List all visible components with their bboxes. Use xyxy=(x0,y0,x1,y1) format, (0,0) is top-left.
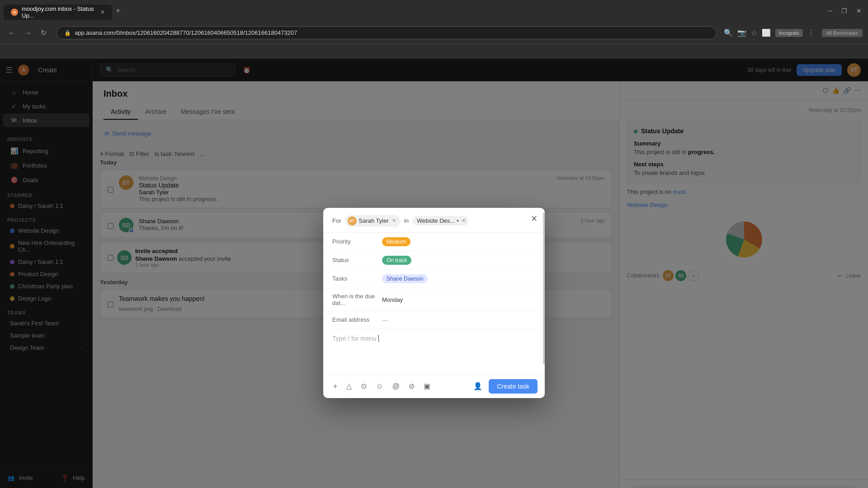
status-label: Status xyxy=(332,257,382,263)
tab-title: moodjoy.com inbox - Status Up... xyxy=(22,5,97,19)
email-dash: — xyxy=(382,317,388,324)
due-date-label: When is the due dat... xyxy=(332,293,382,306)
chip-avatar: ST xyxy=(348,216,357,225)
toolbar-emoji-btn[interactable]: ☺ xyxy=(373,380,386,392)
tasks-label: Tasks xyxy=(332,275,382,282)
assignee-remove-btn[interactable]: ✕ xyxy=(392,218,396,224)
for-label: For xyxy=(332,217,341,224)
project-chip[interactable]: Website Des... ▾ ✕ xyxy=(412,216,468,225)
tab-favicon: A xyxy=(11,9,18,16)
due-date-text: Monday xyxy=(382,296,403,303)
due-date-field: When is the due dat... Monday xyxy=(323,288,545,311)
menu-btn[interactable]: ⋮ xyxy=(807,28,815,37)
assignee-chip[interactable]: ST Sarah Tyler ✕ xyxy=(345,215,401,227)
maximize-btn[interactable]: ❐ xyxy=(839,6,850,15)
task-description-area[interactable]: Type / for menu xyxy=(323,329,545,374)
toolbar-triangle-btn[interactable]: △ xyxy=(344,380,354,392)
new-tab-btn[interactable]: + xyxy=(112,5,124,18)
incognito-badge: Incognito xyxy=(775,29,803,37)
priority-value[interactable]: Medium xyxy=(382,237,536,246)
browser-chrome: A moodjoy.com inbox - Status Up... ✕ + ─… xyxy=(0,0,868,59)
priority-field: Priority Medium xyxy=(323,233,545,251)
email-value[interactable]: — xyxy=(382,316,536,324)
refresh-btn[interactable]: ↻ xyxy=(38,27,49,39)
priority-label: Priority xyxy=(332,238,382,245)
extension-btn[interactable]: ⬜ xyxy=(762,28,771,37)
search-page-btn[interactable]: 🔍 xyxy=(724,28,733,37)
toolbar-mention-btn[interactable]: @ xyxy=(390,380,402,392)
due-date-value[interactable]: Monday xyxy=(382,296,536,304)
minimize-btn[interactable]: ─ xyxy=(825,6,835,15)
priority-badge: Medium xyxy=(382,237,410,246)
forward-btn[interactable]: → xyxy=(22,27,34,39)
tab-close-btn[interactable]: ✕ xyxy=(100,9,105,15)
create-task-modal: ✕ For ST Sarah Tyler ✕ in Website Des...… xyxy=(323,208,545,398)
address-bar[interactable]: 🔒 app.asana.com/0/inbox/1206160204288770… xyxy=(57,26,717,39)
project-remove-btn[interactable]: ✕ xyxy=(462,218,466,224)
toolbar-assign-btn[interactable]: 👤 xyxy=(471,380,485,392)
tasks-field: Tasks Shane Dawson xyxy=(323,270,545,288)
url-display: app.asana.com/0/inbox/1206160204288770/1… xyxy=(75,29,297,36)
text-cursor xyxy=(378,335,379,342)
active-tab[interactable]: A moodjoy.com inbox - Status Up... ✕ xyxy=(4,5,112,20)
status-value[interactable]: On track xyxy=(382,256,536,265)
text-placeholder: Type / for menu xyxy=(332,335,376,342)
browser-actions: 🔍 📷 ☆ ⬜ Incognito ⋮ xyxy=(724,28,815,37)
toolbar-circle-btn[interactable]: ⊙ xyxy=(358,380,369,392)
dropdown-arrow-icon: ▾ xyxy=(457,218,459,223)
modal-overlay[interactable]: ✕ For ST Sarah Tyler ✕ in Website Des...… xyxy=(0,59,868,488)
project-name: Website Des... xyxy=(417,217,455,224)
scrollbar-thumb xyxy=(543,212,545,365)
camera-btn[interactable]: 📷 xyxy=(737,28,746,37)
email-field: Email address — xyxy=(323,311,545,329)
toolbar-calendar-btn[interactable]: ▣ xyxy=(421,380,433,392)
status-field: Status On track xyxy=(323,251,545,270)
toolbar-attach-btn[interactable]: ⊘ xyxy=(406,380,417,392)
in-label: in xyxy=(404,217,409,224)
modal-toolbar: + △ ⊙ ☺ @ ⊘ ▣ 👤 Create task xyxy=(323,374,545,398)
toolbar-add-btn[interactable]: + xyxy=(330,380,340,392)
create-task-btn[interactable]: Create task xyxy=(489,379,538,394)
assignee-name: Sarah Tyler xyxy=(359,217,389,224)
status-badge: On track xyxy=(382,256,411,265)
close-btn[interactable]: ✕ xyxy=(854,6,864,15)
browser-controls: ← → ↻ 🔒 app.asana.com/0/inbox/1206160204… xyxy=(0,22,868,44)
tasks-badge: Shane Dawson xyxy=(382,274,428,283)
modal-close-btn[interactable]: ✕ xyxy=(528,213,539,224)
lock-icon: 🔒 xyxy=(64,30,71,36)
tasks-value[interactable]: Shane Dawson xyxy=(382,274,536,283)
bookmark-btn[interactable]: ☆ xyxy=(751,28,757,37)
modal-scrollbar xyxy=(543,208,545,398)
window-controls: ─ ❐ ✕ xyxy=(825,6,864,15)
bookmarks-label: All Bookmarks xyxy=(826,30,858,36)
back-btn[interactable]: ← xyxy=(5,27,18,39)
modal-for-section: For ST Sarah Tyler ✕ in Website Des... ▾… xyxy=(323,208,545,233)
email-label: Email address xyxy=(332,316,382,323)
